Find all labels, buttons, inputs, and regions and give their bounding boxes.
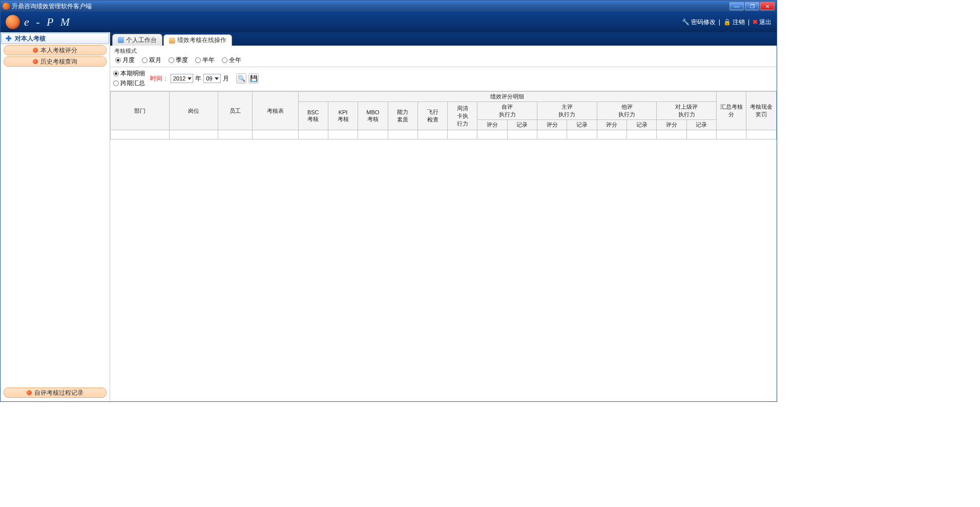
mode-radio-halfyear[interactable]: 半年 — [195, 56, 215, 65]
radio-label: 全年 — [229, 56, 241, 65]
chevron-down-icon — [215, 77, 219, 80]
col-lead-score[interactable]: 评分 — [537, 120, 567, 130]
radio-label: 跨期汇总 — [120, 79, 145, 88]
radio-label: 双月 — [149, 56, 161, 65]
titlebar: 升鼎咨询绩效管理软件客户端 — ❐ ✕ — [1, 1, 777, 12]
col-sheet[interactable]: 考核表 — [253, 92, 299, 130]
month-value: 09 — [206, 75, 212, 82]
col-self-score[interactable]: 评分 — [477, 120, 507, 130]
bullet-icon — [27, 390, 32, 395]
col-superior[interactable]: 对上级评 执行力 — [657, 102, 717, 120]
sidebar-item-history-query[interactable]: 历史考核查询 — [4, 56, 107, 67]
radio-icon — [115, 57, 121, 63]
radio-icon — [195, 57, 201, 63]
sidebar-item-label: 历史考核查询 — [40, 57, 77, 66]
col-total[interactable]: 汇总考核分 — [717, 92, 746, 130]
col-emp[interactable]: 员工 — [218, 92, 253, 130]
sidebar-header-label: 对本人考核 — [15, 34, 46, 43]
col-kpi[interactable]: KPI 考核 — [328, 102, 358, 130]
month-combo[interactable]: 09 — [203, 74, 221, 83]
sidebar-header[interactable]: ✚ 对本人考核 — [1, 33, 109, 44]
col-self-record[interactable]: 记录 — [507, 120, 537, 130]
time-label: 时间： — [150, 74, 169, 83]
chevron-down-icon — [187, 77, 192, 80]
radio-label: 半年 — [202, 56, 215, 65]
exit-icon: ✖ — [753, 18, 758, 26]
col-other-record[interactable]: 记录 — [627, 120, 657, 130]
col-other[interactable]: 他评 执行力 — [597, 102, 657, 120]
logout-link[interactable]: 🔒 注销 — [723, 18, 745, 27]
table-body — [111, 130, 777, 139]
mode-section: 考核模式 月度 双月 季度 — [110, 46, 777, 67]
sidebar-item-label: 自评考核过程记录 — [34, 389, 84, 397]
minimize-button[interactable]: — — [729, 2, 744, 10]
sidebar-item-self-score[interactable]: 本人考核评分 — [4, 45, 107, 55]
save-button[interactable]: 💾 — [248, 73, 259, 84]
col-post[interactable]: 岗位 — [169, 92, 218, 130]
sidebar: ✚ 对本人考核 本人考核评分 历史考核查询 自评考核过程记录 — [1, 32, 110, 401]
col-other-score[interactable]: 评分 — [597, 120, 627, 130]
save-icon: 💾 — [250, 75, 258, 82]
tab-performance-operation[interactable]: 绩效考核在线操作 — [163, 34, 232, 46]
period-radio-summary[interactable]: 跨期汇总 — [113, 79, 145, 88]
col-weekly[interactable]: 周清 卡执 行力 — [448, 102, 477, 130]
col-mbo[interactable]: MBO 考核 — [358, 102, 388, 130]
content: 个人工作台 绩效考核在线操作 考核模式 月度 双月 — [110, 32, 777, 401]
col-dept[interactable]: 部门 — [111, 92, 170, 130]
table-row — [111, 130, 777, 139]
period-scope-radios: 本期明细 跨期汇总 — [113, 69, 145, 88]
sidebar-item-self-eval-log[interactable]: 自评考核过程记录 — [4, 388, 107, 398]
search-icon: 🔍 — [238, 75, 245, 82]
main-area: ✚ 对本人考核 本人考核评分 历史考核查询 自评考核过程记录 — [1, 32, 777, 401]
app-header: e - P M 🔧 密码修改 | 🔒 注销 | ✖ 退出 — [1, 12, 777, 32]
month-suffix: 月 — [223, 74, 229, 83]
mode-radio-monthly[interactable]: 月度 — [115, 56, 135, 65]
logo-text: e - P M — [24, 15, 72, 29]
logo-icon — [6, 15, 20, 29]
bullet-icon — [33, 59, 38, 64]
window-controls: — ❐ ✕ — [729, 2, 775, 10]
col-superior-record[interactable]: 记录 — [686, 120, 716, 130]
period-section: 本期明细 跨期汇总 时间： 2012 年 09 — [110, 67, 777, 91]
mode-radio-quarterly[interactable]: 季度 — [169, 56, 188, 65]
table-head: 部门 岗位 员工 考核表 绩效评分明细 汇总考核分 考核现金奖罚 BSC 考核 … — [111, 92, 777, 130]
period-radio-detail[interactable]: 本期明细 — [113, 69, 145, 78]
search-button[interactable]: 🔍 — [236, 73, 246, 84]
radio-icon — [222, 57, 227, 63]
workbench-icon — [118, 37, 124, 43]
col-superior-score[interactable]: 评分 — [657, 120, 686, 130]
col-flight[interactable]: 飞行 检查 — [418, 102, 447, 130]
radio-icon — [169, 57, 174, 63]
radio-label: 本期明细 — [120, 69, 145, 78]
operation-icon — [169, 37, 175, 44]
col-bonus[interactable]: 考核现金奖罚 — [746, 92, 777, 130]
close-button[interactable]: ✕ — [760, 2, 775, 10]
mode-radio-bimonthly[interactable]: 双月 — [142, 56, 161, 65]
maximize-button[interactable]: ❐ — [745, 2, 759, 10]
mode-radio-year[interactable]: 全年 — [222, 56, 241, 65]
col-ability[interactable]: 能力 素质 — [388, 102, 418, 130]
exit-link[interactable]: ✖ 退出 — [753, 18, 772, 27]
radio-label: 季度 — [176, 56, 188, 65]
col-bsc[interactable]: BSC 考核 — [298, 102, 328, 130]
plus-icon: ✚ — [6, 34, 12, 43]
app-icon — [3, 3, 10, 10]
window-title: 升鼎咨询绩效管理软件客户端 — [12, 2, 92, 11]
year-value: 2012 — [173, 75, 185, 82]
col-group-detail[interactable]: 绩效评分明细 — [298, 92, 717, 102]
tab-personal-workbench[interactable]: 个人工作台 — [112, 34, 162, 46]
col-lead-record[interactable]: 记录 — [567, 120, 597, 130]
change-password-link[interactable]: 🔧 密码修改 — [682, 18, 716, 27]
col-lead[interactable]: 主评 执行力 — [537, 102, 597, 120]
tab-label: 绩效考核在线操作 — [177, 36, 226, 45]
app-window: 升鼎咨询绩效管理软件客户端 — ❐ ✕ e - P M 🔧 密码修改 | 🔒 注… — [0, 0, 777, 402]
radio-label: 月度 — [122, 56, 135, 65]
sidebar-item-label: 本人考核评分 — [40, 46, 77, 55]
col-self[interactable]: 自评 执行力 — [477, 102, 537, 120]
mode-legend: 考核模式 — [113, 47, 774, 55]
year-combo[interactable]: 2012 — [171, 74, 193, 83]
change-password-label: 密码修改 — [691, 18, 716, 27]
key-icon: 🔧 — [682, 18, 690, 26]
time-group: 时间： 2012 年 09 月 🔍 — [150, 73, 259, 84]
radio-icon — [113, 80, 119, 86]
